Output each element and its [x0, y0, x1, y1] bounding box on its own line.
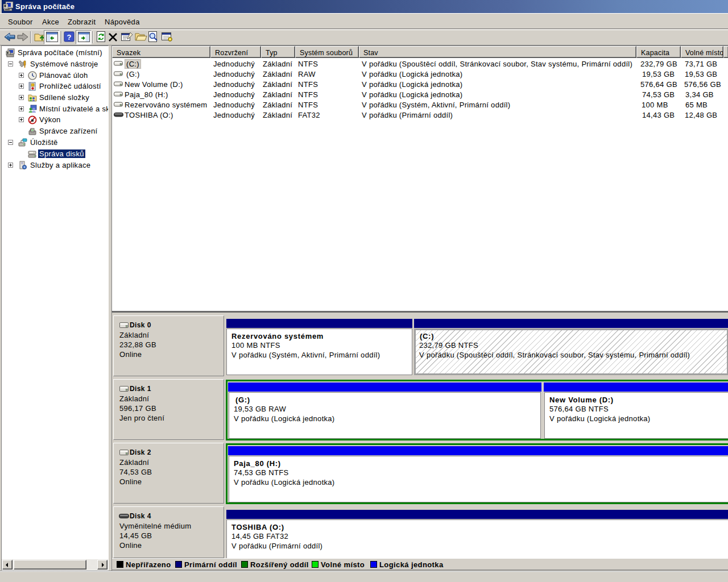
- svg-text:?: ?: [67, 33, 71, 41]
